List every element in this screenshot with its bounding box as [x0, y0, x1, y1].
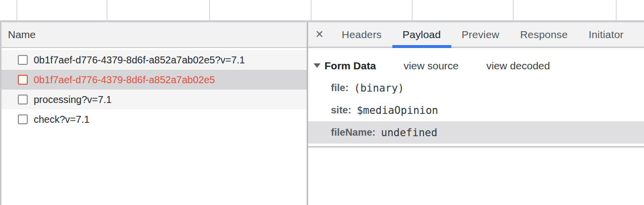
- tab-initiator[interactable]: Initiator: [578, 22, 634, 47]
- form-data-entry: file: (binary): [308, 77, 644, 99]
- entry-value: undefined: [381, 127, 437, 139]
- grid-column-line: [311, 0, 312, 20]
- form-data-section-header[interactable]: Form Data view source view decoded: [308, 54, 644, 77]
- tab-label: Preview: [462, 29, 499, 41]
- request-checkbox[interactable]: [18, 55, 28, 65]
- close-icon[interactable]: ×: [316, 28, 323, 41]
- entry-value: $mediaOpinion: [357, 104, 438, 116]
- request-row[interactable]: check?v=7.1: [1, 109, 307, 129]
- request-row[interactable]: processing?v=7.1: [1, 90, 307, 109]
- entry-key: file:: [331, 82, 349, 94]
- request-list: Name 0b1f7aef-d776-4379-8d6f-a852a7ab02e…: [1, 22, 307, 205]
- tab-response[interactable]: Response: [510, 22, 578, 47]
- grid-column-line: [412, 0, 413, 20]
- grid-column-line: [209, 0, 210, 20]
- request-checkbox[interactable]: [18, 95, 28, 104]
- name-column-header[interactable]: Name: [1, 22, 307, 48]
- grid-column-line: [107, 0, 107, 20]
- form-data-title: Form Data: [324, 60, 376, 72]
- request-checkbox[interactable]: [18, 75, 28, 85]
- tab-label: Payload: [403, 29, 441, 41]
- form-data-entry-highlighted: fileName: undefined: [308, 121, 644, 144]
- request-name: check?v=7.1: [34, 114, 90, 125]
- tab-preview[interactable]: Preview: [451, 22, 510, 47]
- request-checkbox[interactable]: [18, 114, 28, 124]
- grid-column-line: [513, 0, 514, 20]
- section-divider: [308, 146, 644, 148]
- tab-payload[interactable]: Payload: [392, 22, 451, 47]
- view-decoded-link[interactable]: view decoded: [486, 60, 550, 72]
- request-name: processing?v=7.1: [34, 94, 111, 105]
- tab-label: Response: [520, 29, 568, 41]
- view-source-link[interactable]: view source: [404, 60, 459, 72]
- entry-key: fileName:: [331, 127, 376, 138]
- tab-label: Headers: [342, 29, 382, 41]
- request-name: 0b1f7aef-d776-4379-8d6f-a852a7ab02e5: [34, 74, 215, 86]
- form-data-entry: site: $mediaOpinion: [308, 99, 644, 121]
- grid-column-line: [16, 0, 17, 20]
- waterfall-grid-strip: [0, 0, 644, 20]
- devtools-network-panel: Name 0b1f7aef-d776-4379-8d6f-a852a7ab02e…: [0, 0, 644, 205]
- entry-value: (binary): [354, 82, 404, 94]
- name-column-label: Name: [8, 29, 36, 41]
- tab-headers[interactable]: Headers: [331, 22, 392, 47]
- grid-column-line: [616, 0, 617, 20]
- disclosure-triangle-icon[interactable]: [314, 63, 321, 68]
- request-row-selected[interactable]: 0b1f7aef-d776-4379-8d6f-a852a7ab02e5: [1, 70, 307, 90]
- payload-content: Form Data view source view decoded file:…: [308, 48, 644, 148]
- request-detail-pane: × Headers Payload Preview Response Initi…: [308, 22, 644, 205]
- tab-label: Initiator: [589, 29, 624, 41]
- request-row[interactable]: 0b1f7aef-d776-4379-8d6f-a852a7ab02e5?v=7…: [1, 50, 307, 70]
- detail-tab-bar: × Headers Payload Preview Response Initi…: [308, 22, 644, 48]
- entry-key: site:: [331, 104, 351, 116]
- request-name: 0b1f7aef-d776-4379-8d6f-a852a7ab02e5?v=7…: [34, 54, 245, 66]
